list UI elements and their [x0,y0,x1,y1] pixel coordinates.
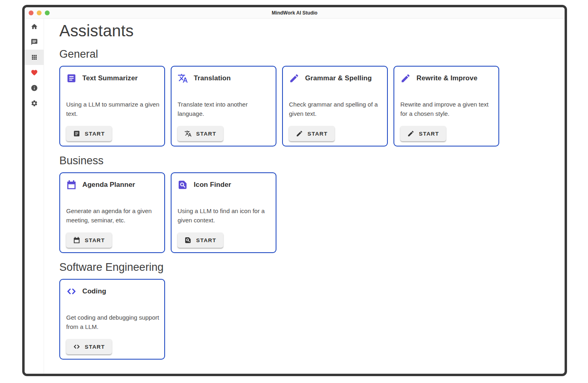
close-button[interactable] [29,10,33,15]
start-button-label: START [196,131,216,137]
gear-icon [31,100,38,107]
sidebar-item-favorites[interactable] [25,65,44,80]
card-header: Icon Finder [178,180,271,190]
assistant-card-agenda-planner: Agenda Planner Generate an agenda for a … [59,172,165,253]
card-description: Using a LLM to find an icon for a given … [178,206,271,225]
card-title: Translation [194,74,231,82]
assistant-card-icon-finder: Icon Finder Using a LLM to find an icon … [171,172,276,253]
card-description: Translate text into another language. [178,100,271,118]
icon-search-icon [184,236,192,244]
start-button-label: START [85,344,105,350]
card-description: Using a LLM to summarize a given text. [66,100,159,118]
start-button-label: START [85,237,105,243]
calendar-icon [66,180,77,190]
calendar-icon [73,236,80,244]
sidebar-item-assistants[interactable] [25,50,44,65]
card-header: Text Summarizer [66,73,159,84]
sidebar-item-chat[interactable] [25,34,44,50]
translate-icon [178,73,188,84]
card-description: Rewrite and improve a given text for a c… [400,100,494,118]
card-title: Grammar & Spelling [305,74,372,82]
window-title: MindWork AI Studio [25,10,565,16]
pencil-icon [296,130,303,137]
sidebar-item-settings[interactable] [25,96,44,111]
card-description: Generate an agenda for a given meeting, … [66,206,159,225]
section-heading-software-engineering: Software Engineering [59,261,557,274]
main-area: Assistants General Text Summarizer Using… [25,19,565,374]
article-icon [73,130,80,137]
pencil-icon [407,130,414,137]
card-title: Text Summarizer [82,74,138,82]
card-description: Check grammar and spelling of a given te… [289,100,382,118]
assistant-card-rewrite-improve: Rewrite & Improve Rewrite and improve a … [393,66,499,147]
card-title: Icon Finder [194,181,231,189]
start-button-agenda-planner[interactable]: START [66,232,112,248]
app-window: MindWork AI Studio [22,5,567,376]
apps-grid-icon [31,54,38,61]
pencil-icon [400,73,411,84]
start-button-translation[interactable]: START [178,126,223,141]
start-button-label: START [85,131,105,137]
article-icon [66,73,77,84]
card-header: Grammar & Spelling [289,73,382,84]
section-heading-business: Business [59,155,557,167]
start-button-text-summarizer[interactable]: START [66,126,112,141]
start-button-rewrite-improve[interactable]: START [400,126,446,141]
assistant-card-translation: Translation Translate text into another … [171,66,276,147]
start-button-label: START [419,131,439,137]
card-header: Translation [178,73,271,84]
info-icon [31,84,38,92]
code-icon [66,286,77,297]
start-button-coding[interactable]: START [66,339,112,354]
start-button-grammar-spelling[interactable]: START [289,126,335,141]
assistant-card-coding: Coding Get coding and debugging support … [59,279,165,360]
card-title: Agenda Planner [82,181,135,189]
sidebar [25,19,44,374]
start-button-icon-finder[interactable]: START [178,232,223,248]
heart-icon [31,69,38,76]
sidebar-item-about[interactable] [25,80,44,96]
pencil-icon [289,73,299,84]
sidebar-item-home[interactable] [25,19,44,34]
icon-search-icon [178,180,188,190]
assistant-card-grammar-spelling: Grammar & Spelling Check grammar and spe… [282,66,388,147]
card-row-general: Text Summarizer Using a LLM to summarize… [59,66,557,147]
card-header: Agenda Planner [66,180,159,190]
translate-icon [184,130,192,137]
titlebar: MindWork AI Studio [25,7,565,19]
section-heading-general: General [59,48,557,61]
card-header: Coding [66,286,159,297]
card-title: Coding [82,287,106,295]
card-row-software-engineering: Coding Get coding and debugging support … [59,279,557,360]
maximize-button[interactable] [45,10,50,15]
page-title: Assistants [59,22,557,40]
minimize-button[interactable] [37,10,42,15]
home-icon [31,23,38,30]
start-button-label: START [196,237,216,243]
card-title: Rewrite & Improve [416,74,477,82]
main-content: Assistants General Text Summarizer Using… [44,19,565,374]
assistant-card-text-summarizer: Text Summarizer Using a LLM to summarize… [59,66,165,147]
card-header: Rewrite & Improve [400,73,494,84]
traffic-lights [29,10,50,15]
code-icon [73,343,80,350]
start-button-label: START [308,131,328,137]
card-row-business: Agenda Planner Generate an agenda for a … [59,172,557,253]
desktop-background: MindWork AI Studio [0,0,588,383]
card-description: Get coding and debugging support from a … [66,313,159,331]
chat-icon [31,38,38,46]
